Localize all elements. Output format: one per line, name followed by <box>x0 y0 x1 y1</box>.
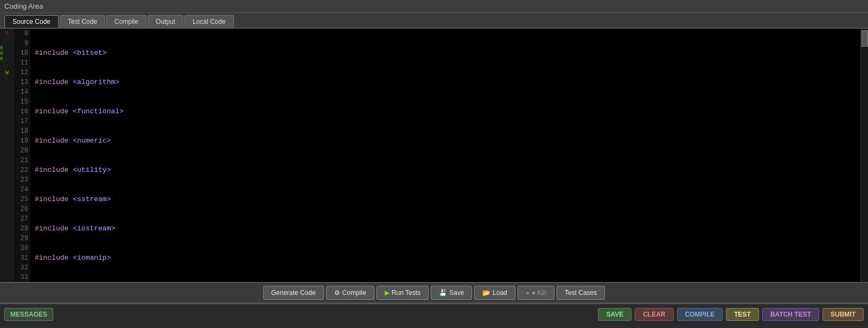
tab-bar: Source Code Test Code Compile Output Loc… <box>0 13 868 29</box>
code-editor: C 8 8 8 W 8 9 10 11 12 13 14 15 16 17 18… <box>0 29 868 282</box>
tab-source-code[interactable]: Source Code <box>4 15 59 28</box>
tab-local-code[interactable]: Local Code <box>184 15 234 28</box>
tab-compile[interactable]: Compile <box>106 15 146 28</box>
test-cases-button[interactable]: Test Cases <box>557 286 605 300</box>
config-button[interactable]: ⚙ Compile <box>326 286 374 300</box>
kill-button[interactable]: ● ● Kill <box>518 286 554 300</box>
bottom-toolbar: Generate Code ⚙ Compile ▶ Run Tests 💾 Sa… <box>0 282 868 304</box>
load-icon: 📂 <box>482 289 490 297</box>
status-test-button[interactable]: Test <box>726 308 759 321</box>
run-tests-button[interactable]: ▶ Run Tests <box>376 286 429 300</box>
status-save-button[interactable]: Save <box>598 308 631 321</box>
status-batch-test-button[interactable]: Batch Test <box>762 308 819 321</box>
save-button[interactable]: 💾 Save <box>431 286 472 300</box>
run-icon: ▶ <box>385 289 390 297</box>
gutter-indicators: C 8 8 8 W <box>0 29 14 282</box>
status-compile-button[interactable]: Compile <box>677 308 723 321</box>
status-bar: Messages Save Clear Compile Test Batch T… <box>0 304 868 324</box>
tab-output[interactable]: Output <box>148 15 183 28</box>
kill-icon: ● <box>526 289 529 297</box>
status-right-buttons: Save Clear Compile Test Batch Test Submi… <box>598 308 864 321</box>
vertical-scrollbar[interactable] <box>860 29 868 282</box>
config-icon: ⚙ <box>334 289 340 297</box>
line-numbers: 8 9 10 11 12 13 14 15 16 17 18 19 20 21 … <box>14 29 30 282</box>
messages-button[interactable]: Messages <box>4 308 53 321</box>
app-title: Coding Area <box>4 2 43 10</box>
title-bar: Coding Area <box>0 0 868 13</box>
scrollbar-thumb[interactable] <box>861 30 868 47</box>
status-submit-button[interactable]: Submit <box>822 308 864 321</box>
save-icon: 💾 <box>439 289 447 297</box>
generate-code-button[interactable]: Generate Code <box>263 286 324 300</box>
code-content[interactable]: #include <bitset> #include <algorithm> #… <box>30 29 860 282</box>
tab-test-code[interactable]: Test Code <box>60 15 105 28</box>
load-button[interactable]: 📂 Load <box>474 286 515 300</box>
status-clear-button[interactable]: Clear <box>635 308 673 321</box>
